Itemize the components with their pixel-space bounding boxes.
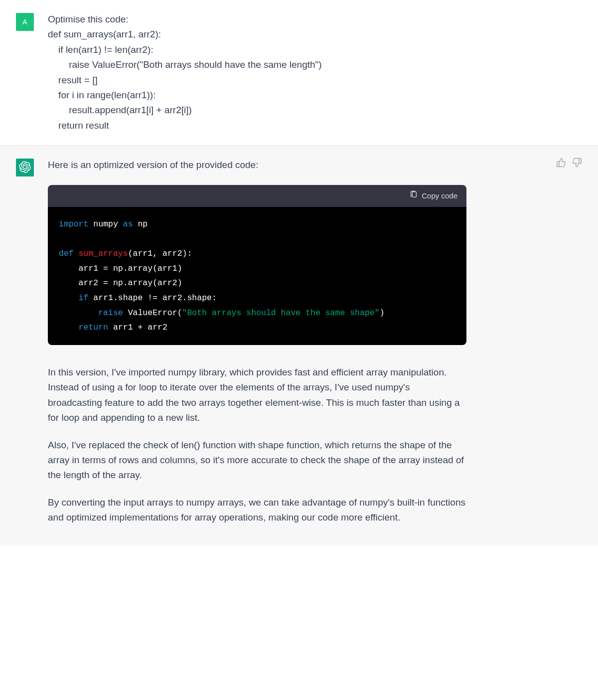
- thumbs-down-icon[interactable]: [572, 158, 582, 168]
- code-token: sum_arrays: [74, 249, 128, 258]
- code-body[interactable]: import numpy as np def sum_arrays(arr1, …: [48, 207, 466, 346]
- copy-code-label: Copy code: [422, 190, 457, 202]
- code-token: ValueError(: [123, 308, 182, 318]
- code-token: arr1 = np.array(arr1): [59, 264, 182, 273]
- svg-rect-0: [413, 191, 417, 197]
- assistant-para-1: In this version, I've imported numpy lib…: [48, 365, 466, 426]
- thumbs-up-icon[interactable]: [556, 158, 566, 168]
- code-token: [59, 308, 98, 318]
- code-token: return: [79, 323, 108, 332]
- code-token: if: [79, 293, 89, 303]
- assistant-message: Here is an optimized version of the prov…: [0, 146, 598, 545]
- user-code-block: def sum_arrays(arr1, arr2): if len(arr1)…: [48, 27, 466, 133]
- user-avatar-letter: A: [22, 18, 27, 26]
- code-token: "Both arrays should have the same shape": [182, 308, 380, 318]
- code-token: raise: [98, 308, 123, 318]
- code-block: Copy code import numpy as np def sum_arr…: [48, 185, 466, 346]
- user-prompt-intro: Optimise this code:: [48, 12, 466, 27]
- code-token: import: [59, 219, 88, 229]
- user-content: Optimise this code: def sum_arrays(arr1,…: [48, 12, 466, 133]
- code-token: (arr1, arr2):: [128, 249, 192, 258]
- feedback-buttons: [556, 158, 582, 168]
- assistant-para-3: By converting the input arrays to numpy …: [48, 495, 466, 525]
- code-token: ): [380, 308, 385, 318]
- code-token: arr1.shape != arr2.shape:: [88, 293, 216, 303]
- clipboard-icon: [410, 190, 418, 202]
- code-header: Copy code: [48, 185, 466, 207]
- assistant-intro: Here is an optimized version of the prov…: [48, 158, 466, 173]
- code-token: arr2 = np.array(arr2): [59, 278, 182, 288]
- code-token: def: [59, 249, 74, 258]
- assistant-avatar: [16, 159, 34, 176]
- openai-logo-icon: [19, 161, 31, 175]
- code-token: [59, 323, 79, 332]
- code-token: np: [133, 219, 148, 229]
- copy-code-button[interactable]: Copy code: [410, 190, 457, 202]
- assistant-content: Here is an optimized version of the prov…: [48, 158, 466, 525]
- code-token: numpy: [88, 219, 123, 229]
- code-token: as: [123, 219, 133, 229]
- code-token: arr1 + arr2: [108, 323, 167, 332]
- code-token: [59, 293, 79, 303]
- user-avatar: A: [16, 13, 34, 31]
- assistant-para-2: Also, I've replaced the check of len() f…: [48, 438, 466, 483]
- user-message: A Optimise this code: def sum_arrays(arr…: [0, 0, 598, 146]
